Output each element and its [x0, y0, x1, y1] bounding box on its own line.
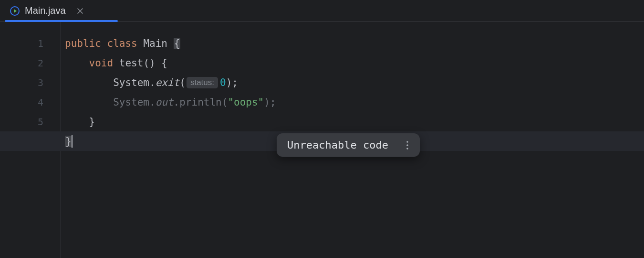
code-line[interactable]: System.out.println("oops"); [61, 92, 644, 112]
tab-bar: Main.java [0, 0, 644, 22]
svg-point-1 [406, 141, 408, 143]
inspection-tooltip: Unreachable code [277, 133, 420, 157]
code-line[interactable]: } [61, 112, 644, 131]
svg-point-3 [406, 148, 408, 150]
svg-point-2 [406, 144, 408, 146]
line-number[interactable]: 4 [0, 92, 61, 112]
line-number[interactable]: 5 [0, 112, 61, 131]
code-area[interactable]: public class Main { void test() { System… [61, 22, 644, 258]
more-vertical-icon[interactable] [402, 140, 413, 151]
line-number[interactable]: 2 [0, 53, 61, 73]
line-number[interactable]: 1 [0, 33, 61, 53]
brace-highlight: } [65, 136, 72, 147]
brace-highlight: { [174, 38, 181, 49]
line-number[interactable]: 3 [0, 73, 61, 92]
editor: 1 2 3 4 5 6 public class Main { void tes… [0, 22, 644, 258]
tooltip-message: Unreachable code [287, 139, 388, 151]
editor-tab[interactable]: Main.java [0, 0, 93, 22]
parameter-hint: status: [187, 77, 218, 88]
java-run-icon [10, 6, 20, 16]
code-line[interactable]: public class Main { [61, 33, 644, 53]
code-line[interactable]: void test() { [61, 53, 644, 73]
text-cursor [72, 135, 73, 148]
code-line[interactable]: System.exit(status:0); [61, 73, 644, 92]
close-icon[interactable] [75, 6, 85, 16]
tab-filename: Main.java [25, 5, 66, 16]
